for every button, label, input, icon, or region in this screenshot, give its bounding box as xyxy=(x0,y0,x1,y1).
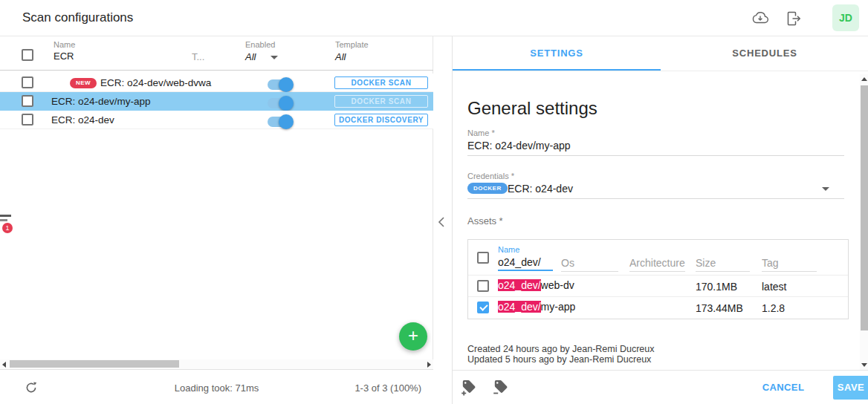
config-name: ECR: o24-dev/web-dvwa xyxy=(100,77,211,88)
asset-tag: 1.2.8 xyxy=(762,302,785,314)
filter-bar xyxy=(0,219,7,221)
asset-checkbox-checked[interactable] xyxy=(477,302,489,313)
detail-footer: CANCEL SAVE xyxy=(453,370,868,404)
scroll-left-icon[interactable] xyxy=(2,362,6,368)
credentials-field-label: Credentials * xyxy=(467,172,514,180)
asset-row[interactable]: o24_dev/my-app 173.44MB 1.2.8 xyxy=(468,297,848,319)
scroll-down-icon[interactable] xyxy=(861,363,867,367)
cloud-download-icon[interactable] xyxy=(751,11,769,26)
credentials-select[interactable]: ECR: o24-dev xyxy=(508,183,573,195)
assets-table: Name o24_dev/web-dv 170.1MB latest o24_d… xyxy=(467,239,849,319)
toggle-thumb xyxy=(279,114,294,129)
horizontal-scrollbar[interactable] xyxy=(0,359,433,369)
config-name: ECR: o24-dev/my-app xyxy=(51,96,151,107)
assets-select-all-checkbox[interactable] xyxy=(477,252,489,264)
assets-name-column-label: Name xyxy=(498,245,519,254)
name-field-label: Name * xyxy=(467,128,495,137)
assets-name-filter-input[interactable] xyxy=(498,255,553,271)
scrollbar-thumb[interactable] xyxy=(861,85,868,330)
table-row-selected[interactable]: ECR: o24-dev/my-app DOCKER SCAN xyxy=(0,92,433,111)
assets-size-filter-input[interactable] xyxy=(696,255,750,272)
template-column-label: Template xyxy=(335,40,369,49)
top-bar: Scan configurations JD xyxy=(0,0,868,36)
remove-tag-icon[interactable] xyxy=(493,379,509,396)
assets-tag-filter-input[interactable] xyxy=(762,255,817,272)
enabled-toggle[interactable] xyxy=(268,79,291,90)
tab-settings[interactable]: SETTINGS xyxy=(453,36,661,71)
chevron-down-icon[interactable] xyxy=(822,187,829,191)
toggle-thumb xyxy=(279,77,294,92)
match-highlight: o24_dev/ xyxy=(498,279,541,291)
enabled-filter-select[interactable]: All xyxy=(245,51,256,62)
asset-name: o24_dev/web-dv xyxy=(498,279,574,291)
scroll-right-icon[interactable] xyxy=(427,362,431,368)
asset-checkbox[interactable] xyxy=(477,280,489,292)
asset-size: 173.44MB xyxy=(696,302,743,314)
row-checkbox[interactable] xyxy=(22,76,33,88)
new-badge: NEW xyxy=(70,78,97,88)
field-underline xyxy=(467,198,844,199)
header-divider xyxy=(0,70,433,71)
name-filter-input[interactable] xyxy=(54,50,143,62)
table-row[interactable]: ECR: o24-dev DOCKER DISCOVERY xyxy=(0,111,433,129)
avatar[interactable]: JD xyxy=(832,4,859,31)
select-all-checkbox[interactable] xyxy=(22,49,33,61)
assets-section-label: Assets * xyxy=(467,215,503,227)
template-filter-select[interactable]: All xyxy=(335,51,346,62)
add-config-button[interactable]: + xyxy=(399,322,427,351)
row-checkbox[interactable] xyxy=(22,95,33,107)
field-underline xyxy=(467,155,844,156)
vertical-scrollbar[interactable] xyxy=(860,74,868,370)
assets-architecture-filter-input[interactable] xyxy=(629,255,685,272)
logout-icon[interactable] xyxy=(786,10,802,27)
add-tag-icon[interactable] xyxy=(461,379,477,396)
filter-icon[interactable]: 1 xyxy=(0,215,15,237)
config-name-input[interactable] xyxy=(467,140,839,152)
match-highlight: o24_dev/ xyxy=(498,301,541,313)
template-button[interactable]: DOCKER SCAN xyxy=(334,95,428,108)
asset-name-rest: my-app xyxy=(541,301,576,313)
list-footer: Loading took: 71ms 1-3 of 3 (100%) xyxy=(0,369,433,404)
page-title: Scan configurations xyxy=(22,10,133,25)
config-name: ECR: o24-dev xyxy=(51,114,114,126)
tabbar-divider xyxy=(453,71,868,71)
section-heading: General settings xyxy=(467,98,597,119)
enabled-toggle[interactable] xyxy=(268,98,291,108)
scan-config-list-panel: Name T... Enabled All Template All NEW E… xyxy=(0,36,433,404)
asset-name-rest: web-dv xyxy=(541,279,574,291)
type-column-header: T... xyxy=(192,51,204,62)
filter-bar xyxy=(0,215,11,217)
toggle-thumb xyxy=(279,96,294,111)
scroll-up-icon[interactable] xyxy=(861,77,867,81)
filter-count-badge: 1 xyxy=(2,223,13,233)
assets-filter-row: Name xyxy=(468,240,848,276)
enabled-column-label: Enabled xyxy=(245,40,275,49)
updated-info: Updated 5 hours ago by Jean-Remi Ducreux xyxy=(467,354,651,365)
asset-tag: latest xyxy=(762,281,786,293)
template-button[interactable]: DOCKER SCAN xyxy=(334,76,428,89)
created-info: Created 24 hours ago by Jean-Remi Ducreu… xyxy=(467,344,655,354)
docker-badge: DOCKER xyxy=(467,183,508,194)
scan-configurations-app: Scan configurations JD Name T... Enabled… xyxy=(0,0,868,404)
table-row[interactable]: NEW ECR: o24-dev/web-dvwa DOCKER SCAN xyxy=(0,74,433,92)
cancel-button[interactable]: CANCEL xyxy=(757,382,809,393)
detail-panel: SETTINGS SCHEDULES General settings Name… xyxy=(452,36,868,404)
asset-size: 170.1MB xyxy=(696,281,737,293)
assets-os-filter-input[interactable] xyxy=(561,255,618,272)
scrollbar-thumb[interactable] xyxy=(10,360,179,368)
enabled-toggle[interactable] xyxy=(268,117,291,127)
pagination-range: 1-3 of 3 (100%) xyxy=(354,382,421,394)
chevron-down-icon[interactable] xyxy=(271,56,278,59)
asset-name: o24_dev/my-app xyxy=(498,301,575,313)
tab-schedules[interactable]: SCHEDULES xyxy=(661,36,868,71)
name-column-label: Name xyxy=(54,40,75,49)
asset-row[interactable]: o24_dev/web-dv 170.1MB latest xyxy=(468,276,848,297)
template-button[interactable]: DOCKER DISCOVERY xyxy=(334,114,428,126)
save-button[interactable]: SAVE xyxy=(833,376,868,400)
row-checkbox[interactable] xyxy=(22,114,33,126)
collapse-panel-icon[interactable] xyxy=(438,216,447,228)
